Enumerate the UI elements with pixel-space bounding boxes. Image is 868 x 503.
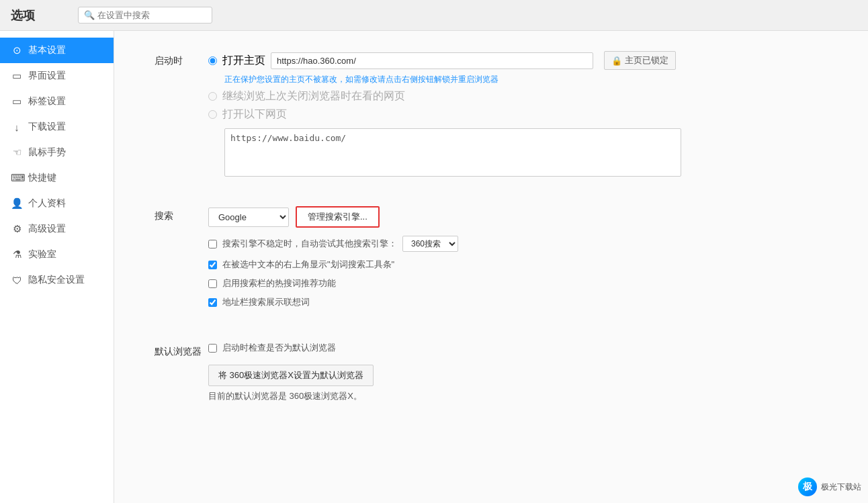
- watermark-logo: 极: [798, 477, 817, 496]
- app-title: 选项: [11, 7, 64, 24]
- auto-fallback-row: 搜索引擎不稳定时，自动尝试其他搜索引擎： 360搜索: [208, 236, 828, 252]
- sidebar-item-label: 个人资料: [28, 197, 66, 210]
- lock-homepage-button[interactable]: 🔒 主页已锁定: [604, 51, 676, 70]
- text-selection-toolbar-label: 在被选中文本的右上角显示"划词搜索工具条": [222, 259, 394, 271]
- default-browser-status: 目前的默认浏览器是 360极速浏览器X。: [208, 390, 828, 402]
- mouse-settings-icon: ☜: [11, 146, 23, 158]
- pages-url-textarea[interactable]: https://www.baidu.com/: [224, 128, 681, 177]
- set-default-browser-button[interactable]: 将 360极速浏览器X设置为默认浏览器: [208, 365, 374, 386]
- continue-last-radio[interactable]: [208, 92, 217, 101]
- sidebar-item-label: 鼠标手势: [28, 146, 66, 158]
- check-default-label: 启动时检查是否为默认浏览器: [222, 342, 336, 354]
- fallback-engine-select[interactable]: 360搜索: [402, 236, 458, 252]
- homepage-warning: 正在保护您设置的主页不被篡改，如需修改请点击右侧按钮解锁并重启浏览器: [224, 74, 828, 85]
- sidebar-item-interface[interactable]: ▭ 界面设置: [0, 63, 114, 89]
- lock-icon: 🔒: [611, 56, 622, 66]
- basic-settings-icon: ⊙: [11, 44, 23, 56]
- tabs-settings-icon: ▭: [11, 95, 23, 107]
- profile-settings-icon: 👤: [11, 197, 23, 210]
- sidebar-item-privacy[interactable]: 🛡 隐私安全设置: [0, 267, 114, 293]
- default-browser-content: 启动时检查是否为默认浏览器 将 360极速浏览器X设置为默认浏览器 目前的默认浏…: [208, 342, 828, 402]
- open-pages-row: 打开以下网页: [208, 107, 828, 122]
- text-selection-toolbar-row: 在被选中文本的右上角显示"划词搜索工具条": [208, 259, 828, 271]
- home-url-input[interactable]: [271, 52, 593, 69]
- watermark: 极 极光下载站: [798, 477, 861, 496]
- continue-last-label: 继续浏览上次关闭浏览器时在看的网页: [222, 89, 405, 103]
- interface-settings-icon: ▭: [11, 70, 23, 82]
- manage-engines-button[interactable]: 管理搜索引擎...: [296, 206, 380, 228]
- search-row: 搜索 Google 百度 必应 360搜索 管理搜索引擎... 搜索引擎不稳定: [155, 206, 828, 315]
- sidebar-item-label: 高级设置: [28, 223, 66, 235]
- text-selection-toolbar-checkbox[interactable]: [208, 261, 217, 269]
- top-bar: 选项 🔍: [0, 0, 868, 31]
- auto-fallback-checkbox[interactable]: [208, 240, 217, 248]
- check-default-checkbox[interactable]: [208, 344, 217, 353]
- open-home-label: 打开主页: [222, 54, 265, 68]
- sidebar-item-label: 基本设置: [28, 44, 66, 56]
- sidebar-item-label: 实验室: [28, 248, 56, 261]
- engine-row: Google 百度 必应 360搜索 管理搜索引擎...: [208, 206, 828, 228]
- watermark-logo-text: 极: [803, 481, 812, 493]
- sidebar-item-label: 隐私安全设置: [28, 274, 85, 286]
- watermark-text: 极光下载站: [821, 482, 861, 493]
- sidebar-item-label: 下载设置: [28, 121, 66, 133]
- hot-search-checkbox[interactable]: [208, 279, 217, 288]
- continue-last-row: 继续浏览上次关闭浏览器时在看的网页: [208, 89, 828, 103]
- open-home-radio[interactable]: [208, 56, 217, 65]
- advanced-settings-icon: ⚙: [11, 223, 23, 235]
- sidebar: ⊙ 基本设置 ▭ 界面设置 ▭ 标签设置 ↓ 下载设置 ☜ 鼠标手势 ⌨ 快捷键…: [0, 31, 114, 503]
- lock-label: 主页已锁定: [625, 54, 668, 66]
- search-icon: 🔍: [84, 10, 95, 20]
- shortcuts-settings-icon: ⌨: [11, 172, 23, 184]
- sidebar-item-lab[interactable]: ⚗ 实验室: [0, 242, 114, 267]
- sidebar-item-label: 快捷键: [28, 172, 56, 184]
- startup-content: 打开主页 🔒 主页已锁定 正在保护您设置的主页不被篡改，如需修改请点击右侧按钮解…: [208, 51, 828, 179]
- startup-section: 启动时 打开主页 🔒 主页已锁定 正在保护您设置的主页不被篡改，如需修改请点击右…: [155, 51, 828, 179]
- open-home-row: 打开主页 🔒 主页已锁定: [208, 51, 828, 70]
- sidebar-item-label: 界面设置: [28, 70, 66, 82]
- open-pages-label: 打开以下网页: [222, 107, 287, 122]
- address-autocomplete-checkbox[interactable]: [208, 298, 217, 307]
- check-default-row: 启动时检查是否为默认浏览器: [208, 342, 828, 354]
- default-browser-row: 默认浏览器 启动时检查是否为默认浏览器 将 360极速浏览器X设置为默认浏览器 …: [155, 342, 828, 402]
- search-box: 🔍: [78, 7, 212, 24]
- sidebar-item-basic[interactable]: ⊙ 基本设置: [0, 38, 114, 63]
- sidebar-item-mouse[interactable]: ☜ 鼠标手势: [0, 140, 114, 165]
- download-settings-icon: ↓: [11, 122, 23, 133]
- address-autocomplete-row: 地址栏搜索展示联想词: [208, 296, 828, 308]
- startup-label: 启动时: [155, 51, 208, 67]
- privacy-settings-icon: 🛡: [11, 275, 23, 286]
- auto-fallback-label: 搜索引擎不稳定时，自动尝试其他搜索引擎：: [222, 238, 397, 250]
- main-layout: ⊙ 基本设置 ▭ 界面设置 ▭ 标签设置 ↓ 下载设置 ☜ 鼠标手势 ⌨ 快捷键…: [0, 31, 868, 503]
- hot-search-row: 启用搜索栏的热搜词推荐功能: [208, 277, 828, 289]
- search-content: Google 百度 必应 360搜索 管理搜索引擎... 搜索引擎不稳定时，自动…: [208, 206, 828, 315]
- search-input[interactable]: [97, 10, 205, 20]
- search-section: 搜索 Google 百度 必应 360搜索 管理搜索引擎... 搜索引擎不稳定: [155, 206, 828, 315]
- default-browser-label: 默认浏览器: [155, 342, 208, 358]
- sidebar-item-shortcuts[interactable]: ⌨ 快捷键: [0, 165, 114, 191]
- sidebar-item-tabs[interactable]: ▭ 标签设置: [0, 89, 114, 114]
- lab-settings-icon: ⚗: [11, 248, 23, 261]
- startup-row: 启动时 打开主页 🔒 主页已锁定 正在保护您设置的主页不被篡改，如需修改请点击右…: [155, 51, 828, 179]
- open-pages-radio[interactable]: [208, 110, 217, 119]
- content-area: 启动时 打开主页 🔒 主页已锁定 正在保护您设置的主页不被篡改，如需修改请点击右…: [114, 31, 868, 503]
- search-label: 搜索: [155, 206, 208, 222]
- sidebar-item-download[interactable]: ↓ 下载设置: [0, 114, 114, 140]
- hot-search-label: 启用搜索栏的热搜词推荐功能: [222, 277, 336, 289]
- sidebar-item-label: 标签设置: [28, 95, 66, 107]
- default-browser-section: 默认浏览器 启动时检查是否为默认浏览器 将 360极速浏览器X设置为默认浏览器 …: [155, 342, 828, 402]
- sidebar-item-advanced[interactable]: ⚙ 高级设置: [0, 216, 114, 242]
- address-autocomplete-label: 地址栏搜索展示联想词: [222, 296, 310, 308]
- search-engine-select[interactable]: Google 百度 必应 360搜索: [208, 208, 289, 227]
- sidebar-item-profile[interactable]: 👤 个人资料: [0, 191, 114, 216]
